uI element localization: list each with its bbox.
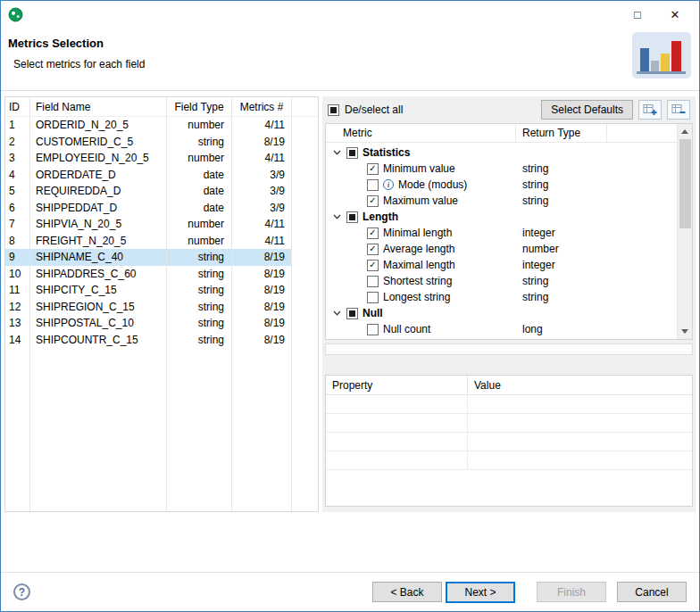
metric-row[interactable]: Shortest stringstring (326, 273, 692, 289)
metric-checkbox[interactable] (367, 179, 379, 191)
chevron-down-icon[interactable] (332, 150, 342, 155)
field-row[interactable]: 3EMPLOYEEID_N_20_5number4/11 (5, 150, 318, 167)
group-label: Statistics (362, 146, 410, 159)
group-checkbox[interactable] (346, 211, 358, 223)
cell-field-name: CUSTOMERID_C_5 (30, 134, 167, 151)
metric-row[interactable]: iMode (modus)string (326, 177, 692, 193)
close-button[interactable]: ✕ (656, 1, 694, 28)
field-row[interactable]: 5REQUIREDDA_Ddate3/9 (5, 183, 318, 200)
field-row[interactable]: 9SHIPNAME_C_40string8/19 (5, 249, 318, 266)
help-button[interactable]: ? (13, 583, 30, 600)
column-header-property[interactable]: Property (326, 376, 468, 394)
cell-field-type: number (167, 150, 232, 167)
wizard-body: ID Field Name Field Type Metrics # 1ORDE… (1, 91, 699, 572)
cell-field-name: ORDERID_N_20_5 (30, 117, 167, 134)
next-button[interactable]: Next > (446, 582, 515, 603)
field-row[interactable]: 11SHIPCITY_C_15string8/19 (5, 282, 318, 299)
column-header-metrics[interactable]: Metrics # (232, 97, 292, 116)
cell-id: 9 (5, 249, 30, 266)
property-row[interactable] (326, 395, 692, 414)
cell-id: 10 (5, 266, 30, 283)
cell-field-name: SHIPCITY_C_15 (30, 282, 167, 299)
cell-field-name: SHIPREGION_C_15 (30, 299, 167, 316)
metric-row[interactable]: ✓Maximum valuestring (326, 193, 692, 209)
cancel-button[interactable]: Cancel (617, 582, 687, 602)
cell-id: 6 (5, 200, 30, 217)
cell-id: 3 (5, 150, 30, 167)
metric-group-row[interactable]: Null (326, 305, 692, 321)
horizontal-scrollbar[interactable] (325, 343, 693, 355)
cell-metrics: 4/11 (232, 150, 292, 167)
property-row[interactable] (326, 433, 692, 451)
property-row[interactable] (326, 414, 692, 433)
metric-checkbox[interactable] (367, 292, 379, 303)
metric-checkbox[interactable]: ✓ (367, 227, 379, 239)
expand-all-button[interactable] (638, 100, 662, 120)
metrics-panel: De/select all Select Defaults (322, 96, 696, 512)
group-label: Length (362, 211, 398, 223)
metric-group-row[interactable]: Length (326, 209, 692, 225)
field-row[interactable]: 14SHIPCOUNTR_C_15string8/19 (5, 332, 318, 349)
cell-field-type: number (167, 233, 232, 250)
metric-checkbox[interactable]: ✓ (367, 163, 379, 175)
group-checkbox[interactable] (346, 308, 358, 319)
column-header-id[interactable]: ID (5, 97, 30, 116)
metric-label: Longest string (383, 291, 450, 303)
metric-row[interactable]: Longest stringstring (326, 289, 692, 305)
metric-checkbox[interactable] (367, 276, 379, 287)
metric-row[interactable]: ✓Minimal lengthinteger (326, 225, 692, 241)
column-header-return-type[interactable]: Return Type (516, 124, 607, 142)
metric-checkbox[interactable]: ✓ (367, 195, 379, 207)
cell-metrics: 8/19 (232, 266, 292, 283)
cell-metrics: 4/11 (232, 216, 292, 233)
field-row[interactable]: 2CUSTOMERID_C_5string8/19 (5, 134, 318, 151)
column-header-filler (292, 97, 318, 116)
info-icon: i (383, 179, 394, 190)
page-subtitle: Select metrics for each field (13, 58, 699, 70)
column-header-field-type[interactable]: Field Type (167, 97, 232, 116)
field-row[interactable]: 8FREIGHT_N_20_5number4/11 (5, 233, 318, 250)
metric-row[interactable]: ✓Minimum valuestring (326, 161, 692, 177)
field-row[interactable]: 6SHIPPEDDAT_Ddate3/9 (5, 200, 318, 217)
field-row[interactable]: 4ORDERDATE_Ddate3/9 (5, 167, 318, 184)
cell-field-name: SHIPNAME_C_40 (30, 249, 167, 266)
finish-button[interactable]: Finish (537, 582, 606, 602)
metric-checkbox[interactable]: ✓ (367, 244, 379, 255)
scroll-down-icon[interactable] (678, 325, 692, 338)
metric-checkbox[interactable] (367, 324, 379, 335)
group-checkbox[interactable] (346, 147, 358, 159)
column-header-metric[interactable]: Metric (326, 124, 516, 142)
cell-field-type: string (167, 332, 232, 349)
metric-checkbox[interactable]: ✓ (367, 260, 379, 271)
vertical-scrollbar[interactable] (677, 124, 692, 339)
cell-filler (292, 233, 318, 250)
titlebar[interactable]: □ ✕ (1, 1, 699, 28)
metric-label: Average length (383, 243, 455, 255)
column-header-value[interactable]: Value (468, 376, 692, 394)
select-defaults-button[interactable]: Select Defaults (541, 100, 633, 120)
metric-group-row[interactable]: Statistics (326, 145, 692, 161)
metric-row[interactable]: Null countlong (326, 321, 692, 337)
cell-field-name: ORDERDATE_D (30, 167, 167, 184)
column-header-field-name[interactable]: Field Name (30, 97, 167, 116)
chevron-down-icon[interactable] (332, 310, 342, 316)
back-button[interactable]: < Back (372, 582, 442, 602)
maximize-button[interactable]: □ (619, 1, 656, 28)
collapse-all-button[interactable] (667, 100, 690, 120)
field-row[interactable]: 10SHIPADDRES_C_60string8/19 (5, 266, 318, 283)
field-row[interactable]: 7SHIPVIA_N_20_5number4/11 (5, 216, 318, 233)
metric-row[interactable]: ✓Average lengthnumber (326, 241, 692, 257)
scrollbar-thumb[interactable] (679, 139, 691, 228)
scroll-up-icon[interactable] (678, 125, 692, 138)
chevron-down-icon[interactable] (332, 214, 342, 219)
cell-id: 8 (5, 233, 30, 250)
property-row[interactable] (326, 451, 692, 470)
cell-filler (292, 183, 318, 200)
field-row[interactable]: 12SHIPREGION_C_15string8/19 (5, 299, 318, 316)
deselect-all-checkbox[interactable] (328, 104, 339, 116)
cell-metrics: 4/11 (232, 233, 292, 250)
field-row[interactable]: 13SHIPPOSTAL_C_10string8/19 (5, 315, 318, 332)
field-row[interactable]: 1ORDERID_N_20_5number4/11 (5, 117, 318, 134)
return-type: integer (516, 259, 555, 271)
metric-row[interactable]: ✓Maximal lengthinteger (326, 257, 692, 273)
